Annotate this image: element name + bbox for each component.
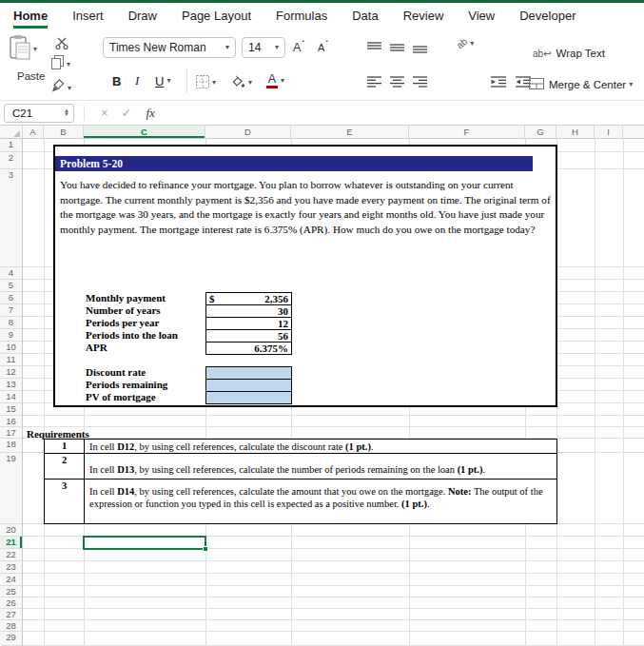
orientation-button[interactable]: ab ▾ [457, 38, 474, 49]
col-header-B[interactable]: B [44, 126, 84, 138]
row-header-18[interactable]: 18 [0, 439, 22, 453]
name-box[interactable]: C21 ▲ ▼ [4, 104, 74, 123]
format-painter-icon [51, 79, 65, 97]
row-header-4[interactable]: 4 [0, 267, 22, 280]
column-headers: A B C D E F G H I [0, 126, 644, 139]
selected-cell-C21[interactable] [83, 536, 206, 550]
row-header-11[interactable]: 11 [0, 354, 22, 366]
shrink-font-button[interactable]: Aˇ [318, 37, 328, 58]
row-header-5[interactable]: 5 [0, 280, 22, 292]
copy-button[interactable]: ▾ [51, 55, 70, 73]
col-header-H[interactable]: H [556, 126, 595, 138]
enter-icon[interactable]: ✓ [122, 106, 132, 120]
borders-button[interactable]: ▾ [196, 72, 216, 93]
underline-button[interactable]: U ▾ [155, 70, 170, 91]
align-top-button[interactable] [367, 40, 381, 57]
row-header-2[interactable]: 2 [0, 152, 22, 169]
bold-button[interactable]: B [112, 70, 121, 91]
row-header-1[interactable]: 1 [0, 139, 22, 152]
tab-review[interactable]: Review [403, 3, 444, 29]
row-header-12[interactable]: 12 [0, 366, 22, 379]
row-header-26[interactable]: 26 [0, 597, 22, 609]
fill-color-icon [230, 75, 245, 91]
requirement-2-number: 2 [45, 454, 85, 480]
tab-insert[interactable]: Insert [72, 3, 104, 29]
align-bottom-button[interactable] [413, 40, 427, 57]
col-header-J[interactable] [623, 126, 644, 138]
given-values: $2,356 30 12 56 6.375% [205, 292, 292, 355]
cell-C12: Discount rate [86, 366, 205, 379]
row-header-21[interactable]: 21 [0, 537, 22, 549]
row-header-8[interactable]: 8 [0, 317, 22, 329]
wrap-text-button[interactable]: ab↩ Wrap Text [533, 48, 605, 59]
chevron-down-icon: ▾ [68, 85, 71, 92]
cell-D14[interactable] [205, 391, 292, 404]
tab-developer[interactable]: Developer [519, 3, 576, 29]
cell-D7[interactable]: 30 [205, 304, 292, 318]
tab-page-layout[interactable]: Page Layout [182, 3, 251, 29]
row-header-14[interactable]: 14 [0, 391, 22, 403]
col-header-I[interactable]: I [595, 126, 623, 138]
font-name-select[interactable]: Times New Roman▾ [103, 37, 236, 58]
row-header-28[interactable]: 28 [0, 620, 22, 632]
tab-home[interactable]: Home [13, 3, 48, 29]
col-header-G[interactable]: G [525, 126, 556, 138]
col-header-E[interactable]: E [291, 126, 409, 138]
row-header-23[interactable]: 23 [0, 561, 22, 574]
align-left-button[interactable] [367, 74, 381, 91]
col-header-C[interactable]: C [84, 126, 205, 138]
row-header-17[interactable]: 17 [0, 427, 22, 439]
row-header-10[interactable]: 10 [0, 342, 22, 354]
row-header-9[interactable]: 9 [0, 329, 22, 342]
align-right-icon [413, 74, 427, 90]
row-header-7[interactable]: 7 [0, 304, 22, 317]
row-header-25[interactable]: 25 [0, 586, 22, 597]
font-color-button[interactable]: A ▾ [266, 70, 284, 91]
group-separator [186, 69, 187, 93]
tab-formulas[interactable]: Formulas [276, 3, 327, 29]
row-header-15[interactable]: 15 [0, 403, 22, 416]
align-center-button[interactable] [390, 74, 404, 91]
format-painter-button[interactable]: ▾ [51, 79, 71, 97]
row-header-16[interactable]: 16 [0, 416, 22, 427]
requirement-1-text: In cell D12, by using cell references, c… [85, 440, 556, 454]
cell-D9[interactable]: 56 [205, 329, 292, 343]
row-header-3[interactable]: 3 [0, 169, 22, 267]
align-middle-button[interactable] [390, 40, 404, 57]
fill-handle[interactable] [203, 546, 208, 552]
chevron-down-icon: ▾ [67, 61, 70, 69]
row-header-6[interactable]: 6 [0, 292, 22, 304]
font-color-icon: A [266, 73, 278, 89]
fill-color-button[interactable]: ▾ [230, 72, 252, 93]
tab-data[interactable]: Data [352, 3, 378, 29]
row-header-24[interactable]: 24 [0, 574, 22, 586]
insert-function-icon[interactable]: fx [146, 106, 155, 121]
name-box-spinner[interactable]: ▲ ▼ [64, 109, 69, 116]
grow-font-button[interactable]: Aˆ [293, 37, 304, 58]
select-all-corner[interactable] [0, 126, 23, 138]
merge-center-button[interactable]: Merge & Center ▾ [529, 76, 633, 93]
italic-button[interactable]: I [135, 70, 139, 91]
row-header-22[interactable]: 22 [0, 549, 22, 561]
row-header-13[interactable]: 13 [0, 379, 22, 391]
col-header-F[interactable]: F [409, 126, 525, 138]
cell-D6[interactable]: $2,356 [205, 292, 292, 305]
row-header-27[interactable]: 27 [0, 609, 22, 620]
paste-button[interactable]: ▾ [10, 34, 37, 64]
row-header-20[interactable]: 20 [0, 524, 22, 537]
row-header-29[interactable]: 29 [0, 632, 22, 646]
row-header-19[interactable]: 19 [0, 453, 22, 524]
cell-D13[interactable] [205, 379, 292, 392]
align-right-button[interactable] [413, 74, 427, 91]
cell-D10[interactable]: 6.375% [205, 342, 292, 355]
tab-draw[interactable]: Draw [128, 3, 157, 29]
cell-D8[interactable]: 12 [205, 317, 292, 330]
cancel-icon[interactable]: × [101, 106, 108, 120]
font-size-select[interactable]: 14▾ [242, 37, 285, 58]
cell-D12[interactable] [205, 366, 292, 380]
col-header-D[interactable]: D [205, 126, 291, 138]
tab-view[interactable]: View [468, 3, 495, 29]
decrease-indent-button[interactable] [491, 74, 506, 91]
col-header-A[interactable]: A [23, 126, 44, 138]
cut-button[interactable] [55, 36, 68, 53]
